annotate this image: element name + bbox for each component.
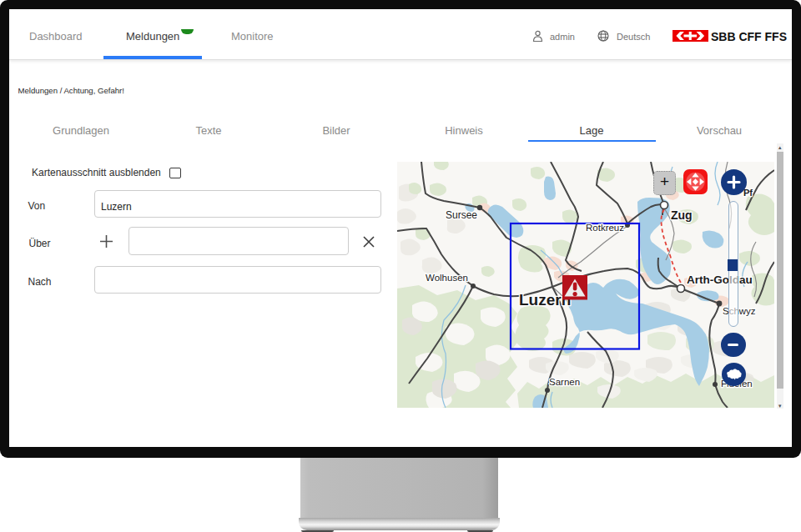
svg-text:Schwyz: Schwyz <box>723 306 756 316</box>
svg-text:Sursee: Sursee <box>446 209 477 221</box>
svg-text:Wolhusen: Wolhusen <box>426 273 468 283</box>
svg-text:Rotkreuz: Rotkreuz <box>586 223 624 233</box>
svg-text:Arth-Goldau: Arth-Goldau <box>687 274 753 286</box>
svg-text:Zug: Zug <box>671 208 693 222</box>
svg-text:Sarnen: Sarnen <box>549 377 580 387</box>
